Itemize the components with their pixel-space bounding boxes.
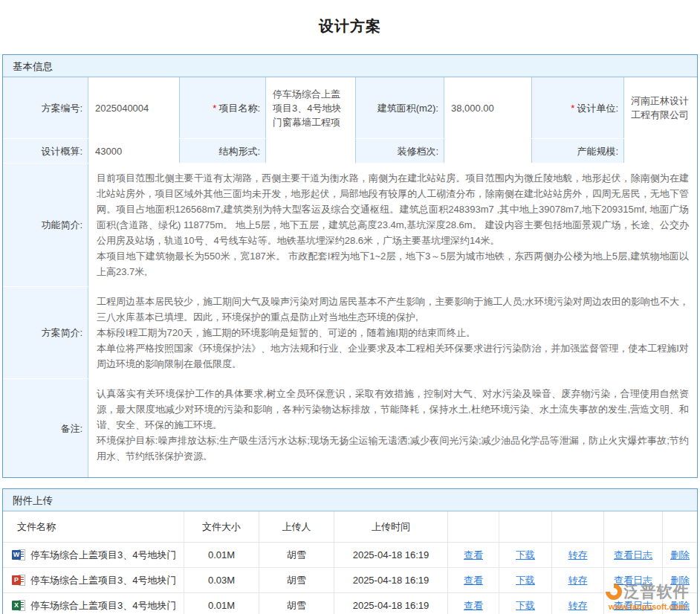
file-size-cell: 0.01M: [184, 593, 259, 614]
capacity-value: [624, 139, 697, 163]
col-header-action-download: [499, 511, 551, 542]
function-intro-text: 目前项目范围北侧主要干道有太湖路，西侧主要干道为衡水路，南侧为在建北站站房。项目…: [88, 164, 697, 286]
project-name-label: *项目名称:: [180, 77, 265, 138]
design-unit-label: *设计单位:: [532, 77, 623, 138]
file-letter: X: [12, 601, 21, 610]
view-log-cell: 查看日志: [604, 568, 662, 592]
view-link[interactable]: 查看: [464, 599, 483, 613]
delete-cell: 删除: [663, 568, 697, 592]
file-letter: P: [12, 575, 21, 585]
download-cell: 下载: [499, 593, 551, 614]
save-as-cell: 转存: [552, 593, 603, 614]
project-name-label-text: 项目名称:: [218, 102, 260, 114]
col-header-action-delete: [663, 511, 697, 542]
save-as-link[interactable]: 转存: [568, 549, 588, 562]
save-as-link[interactable]: 转存: [568, 574, 588, 587]
upload-time-cell: 2025-04-18 16:19: [334, 593, 447, 614]
attachments-section-title: 附件上传: [3, 489, 697, 511]
function-intro-row: 功能简介: 目前项目范围北侧主要干道有太湖路，西侧主要干道为衡水路，南侧为在建北…: [3, 164, 697, 286]
file-name-cell: P 停车场综合上盖项目3、4号地块门: [3, 568, 184, 592]
decor-grade-value: [444, 139, 531, 163]
basic-info-row-1: 方案编号: 2025040004 *项目名称: 停车场综合上盖项目3、4号地块门…: [3, 77, 697, 138]
uploader-cell: 胡雪: [259, 593, 334, 614]
file-size-cell: 0.01M: [184, 543, 259, 567]
capacity-label: 产能规模:: [532, 139, 623, 163]
file-name-text: 停车场综合上盖项目3、4号地块门: [30, 599, 176, 613]
view-log-link[interactable]: 查看日志: [614, 599, 652, 613]
design-unit-label-text: 设计单位:: [577, 102, 618, 114]
structure-label: 结构形式:: [180, 139, 265, 163]
basic-info-panel: 基本信息 方案编号: 2025040004 *项目名称: 停车场综合上盖项目3、…: [2, 54, 698, 478]
col-header-file-name: 文件名称: [3, 511, 184, 542]
design-budget-value: 43000: [88, 139, 179, 163]
basic-info-section-title: 基本信息: [3, 55, 697, 77]
delete-cell: 删除: [663, 543, 697, 567]
remark-text: 认真落实有关环境保护工作的具体要求,树立全员环保意识，采取有效措施，控制对大气、…: [88, 379, 697, 477]
download-link[interactable]: 下载: [516, 549, 535, 562]
attachments-panel: 附件上传 文件名称 文件大小 上传人 上传时间 W 停车场综合上盖项目3、4号地…: [2, 488, 698, 614]
powerpoint-file-icon: P: [12, 575, 25, 586]
structure-value: [266, 139, 355, 163]
upload-time-cell: 2025-04-18 16:19: [334, 568, 447, 592]
col-header-action-save: [552, 511, 603, 542]
design-unit-value: 河南正林设计工程有限公司: [624, 77, 697, 138]
view-cell: 查看: [448, 568, 499, 592]
plan-intro-text: 工程周边基本居民较少，施工期间大气及噪声污染对周边居民基本不产生影响，主要影响于…: [88, 287, 697, 378]
decor-grade-label: 装修档次:: [356, 139, 444, 163]
file-name-text: 停车场综合上盖项目3、4号地块门: [30, 549, 176, 562]
excel-file-icon: X: [12, 600, 25, 612]
save-as-link[interactable]: 转存: [568, 599, 588, 613]
download-link[interactable]: 下载: [516, 574, 535, 587]
plan-no-label: 方案编号:: [3, 77, 88, 138]
view-link[interactable]: 查看: [464, 549, 483, 562]
uploader-cell: 胡雪: [259, 568, 334, 592]
uploader-cell: 胡雪: [259, 543, 334, 567]
project-name-value: 停车场综合上盖项目3、4号地块门窗幕墙工程项: [266, 77, 355, 138]
download-cell: 下载: [499, 568, 551, 592]
remark-row: 备注: 认真落实有关环境保护工作的具体要求,树立全员环保意识，采取有效措施，控制…: [3, 379, 697, 477]
plan-no-value: 2025040004: [88, 77, 179, 138]
file-name-cell: W 停车场综合上盖项目3、4号地块门: [3, 543, 184, 567]
view-log-cell: 查看日志: [604, 543, 662, 567]
design-budget-label: 设计概算:: [3, 139, 88, 163]
view-cell: 查看: [448, 543, 499, 567]
page-title: 设计方案: [2, 0, 698, 54]
build-area-value: 38,000.00: [444, 77, 531, 138]
function-intro-label: 功能简介:: [3, 164, 88, 286]
col-header-file-size: 文件大小: [184, 511, 259, 542]
build-area-label: 建筑面积(m2):: [356, 77, 444, 138]
delete-cell: 删除: [663, 593, 697, 614]
required-asterisk-icon: *: [571, 102, 574, 114]
col-header-uploader: 上传人: [259, 511, 334, 542]
delete-link[interactable]: 删除: [670, 574, 690, 587]
delete-link[interactable]: 删除: [670, 599, 690, 613]
view-cell: 查看: [448, 593, 499, 614]
plan-intro-label: 方案简介:: [3, 287, 88, 378]
delete-link[interactable]: 删除: [670, 549, 690, 562]
col-header-action-view: [448, 511, 499, 542]
upload-time-cell: 2025-04-18 16:19: [334, 543, 447, 567]
save-as-cell: 转存: [552, 568, 603, 592]
view-link[interactable]: 查看: [464, 574, 483, 587]
file-name-cell: X 停车场综合上盖项目3、4号地块门: [3, 593, 184, 614]
page: 设计方案 基本信息 方案编号: 2025040004 *项目名称: 停车场综合上…: [0, 0, 700, 614]
remark-label: 备注:: [3, 379, 88, 477]
save-as-cell: 转存: [552, 543, 603, 567]
view-log-link[interactable]: 查看日志: [614, 549, 652, 562]
file-size-cell: 0.03M: [184, 568, 259, 592]
word-file-icon: W: [12, 549, 25, 561]
col-header-action-log: [604, 511, 662, 542]
view-log-link[interactable]: 查看日志: [614, 574, 652, 587]
download-cell: 下载: [499, 543, 551, 567]
basic-info-row-2: 设计概算: 43000 结构形式: 装修档次: 产能规模:: [3, 139, 697, 163]
download-link[interactable]: 下载: [516, 599, 535, 613]
required-asterisk-icon: *: [213, 102, 216, 114]
view-log-cell: 查看日志: [604, 593, 662, 614]
col-header-upload-time: 上传时间: [334, 511, 447, 542]
file-name-text: 停车场综合上盖项目3、4号地块门: [30, 574, 176, 587]
file-letter: W: [12, 550, 21, 560]
plan-intro-row: 方案简介: 工程周边基本居民较少，施工期间大气及噪声污染对周边居民基本不产生影响…: [3, 287, 697, 378]
attachments-table: 文件名称 文件大小 上传人 上传时间 W 停车场综合上盖项目3、4号地块门 0.…: [3, 511, 697, 614]
